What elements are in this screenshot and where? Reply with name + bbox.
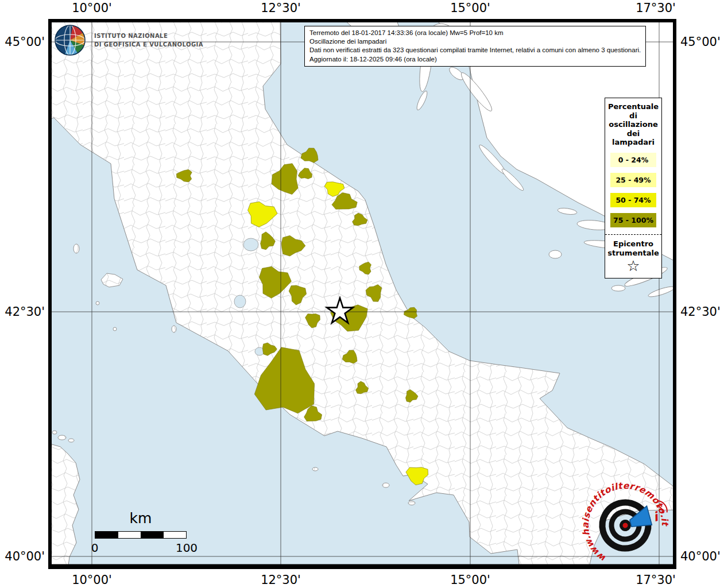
lat-label-right: 40°00': [680, 550, 720, 563]
map-page: 10°00' 12°30' 15°00' 17°30' 10°00' 12°30…: [0, 0, 720, 588]
lon-label-top: 12°30': [261, 1, 301, 15]
legend-class-75-100: 75 - 100%: [610, 213, 656, 227]
legend-class-25-49: 25 - 49%: [610, 173, 656, 187]
legend-box: Percentuale di oscillazione dei lampadar…: [605, 98, 662, 278]
legend-title: Percentuale di oscillazione dei lampadar…: [607, 102, 659, 147]
lat-label-left: 42°30': [1, 305, 45, 319]
lat-label-right: 42°30': [680, 305, 720, 319]
info-line-effect: Oscillazione dei lampadari: [309, 37, 641, 46]
lon-label-top: 15°00': [450, 1, 490, 15]
lon-label-bottom: 15°00': [450, 573, 490, 587]
lon-label-top: 10°00': [72, 1, 112, 15]
ingv-name-line1: ISTITUTO NAZIONALE: [94, 32, 203, 41]
lon-label-bottom: 12°30': [261, 573, 301, 587]
info-line-event: Terremoto del 18-01-2017 14:33:36 (ora l…: [309, 29, 641, 37]
lat-label-right: 45°00': [680, 35, 720, 49]
ingv-branding: ISTITUTO NAZIONALE DI GEOFISICA E VULCAN…: [53, 23, 203, 57]
lat-label-left: 45°00': [1, 35, 45, 49]
scale-start-label: 0: [91, 541, 99, 555]
earthquake-info-box: Terremoto del 18-01-2017 14:33:36 (ora l…: [304, 26, 646, 67]
info-line-updated: Aggiornato il: 18-12-2025 09:46 (ora loc…: [309, 55, 641, 64]
info-line-source: Dati non verificati estratti da 323 ques…: [309, 46, 641, 55]
scale-end-label: 100: [176, 541, 198, 555]
legend-class-50-74: 50 - 74%: [610, 193, 656, 207]
scale-bar: km 0 100: [95, 510, 187, 555]
lat-label-left: 40°00': [1, 550, 45, 563]
scale-unit-label: km: [95, 510, 187, 527]
haisentito-logo: i www.haisentitoilterremoto.it: [575, 477, 682, 583]
ingv-globe-icon: [53, 23, 87, 57]
lon-label-bottom: 10°00': [72, 573, 112, 587]
lon-label-top: 17°30': [636, 1, 676, 15]
legend-separator: [605, 234, 661, 235]
legend-star-icon: ☆: [607, 258, 659, 274]
legend-epicenter-label: Epicentro strumentale: [607, 239, 659, 258]
scale-bar-segments: [95, 531, 187, 539]
legend-class-0-24: 0 - 24%: [610, 153, 656, 167]
ingv-name-line2: DI GEOFISICA E VULCANOLOGIA: [94, 40, 203, 49]
